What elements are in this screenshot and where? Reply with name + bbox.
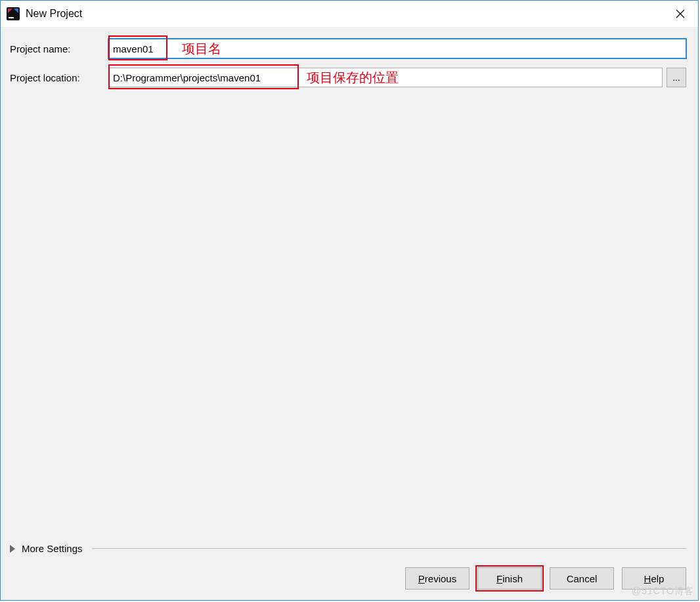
title-bar: New Project [1,1,698,27]
svg-rect-1 [9,17,14,18]
finish-button[interactable]: Finish [477,567,542,590]
divider-line [92,548,686,549]
cancel-button-label: Cancel [567,573,598,584]
cancel-button[interactable]: Cancel [550,567,614,590]
previous-button[interactable]: Previous [405,567,470,590]
more-settings-toggle[interactable]: More Settings [10,543,686,554]
window-title: New Project [26,8,82,20]
previous-button-label: Previous [418,573,456,584]
button-bar: Previous Finish Cancel Help [405,567,686,590]
more-settings-label: More Settings [22,543,83,554]
project-name-label: Project name: [10,43,108,54]
project-name-input[interactable] [108,39,686,58]
help-button-label: Help [644,573,665,584]
help-button[interactable]: Help [622,567,686,590]
project-location-row: Project location: ... 项目保存的位置 [10,68,686,87]
finish-button-label: Finish [496,573,523,584]
new-project-dialog: New Project Project name: 项目名 Project lo… [0,0,699,601]
project-location-label: Project location: [10,72,108,83]
project-name-row: Project name: 项目名 [10,39,686,58]
close-icon [676,9,685,18]
browse-button[interactable]: ... [667,68,686,87]
expand-icon [10,545,15,553]
ellipsis-icon: ... [672,72,680,83]
intellij-icon [6,7,20,21]
project-location-input[interactable] [108,68,663,87]
close-button[interactable] [665,3,695,24]
dialog-body: Project name: 项目名 Project location: ... … [1,27,698,600]
